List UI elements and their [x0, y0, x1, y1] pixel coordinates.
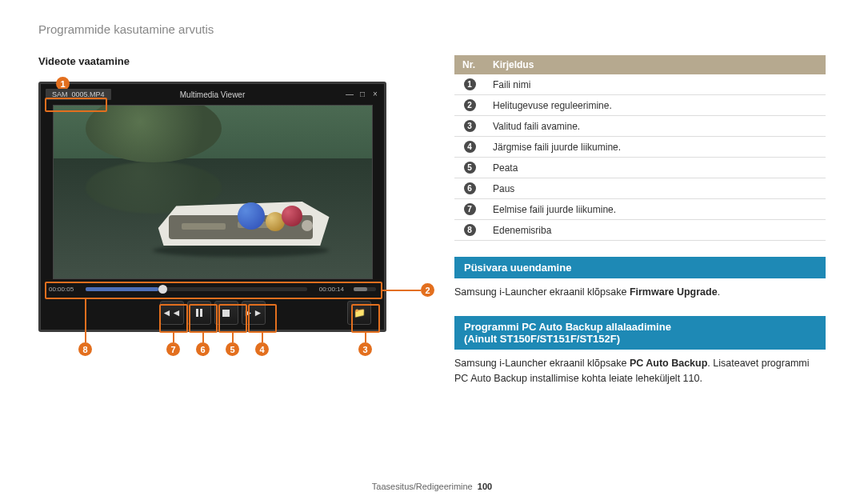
progress-bar[interactable] — [86, 287, 307, 291]
callout-2: 2 — [421, 283, 434, 297]
player-controls: ◄◄ ►► 📁 — [49, 301, 376, 325]
callout-line — [173, 333, 174, 342]
section-heading-video: Videote vaatamine — [38, 55, 422, 67]
volume-slider[interactable] — [354, 287, 376, 291]
firmware-text: Samsung i-Launcher ekraanil klõpsake Fir… — [454, 285, 826, 300]
section-banner-backup: Programmi PC Auto Backup allalaadimine(A… — [454, 316, 826, 350]
open-folder-button[interactable]: 📁 — [347, 301, 371, 325]
table-row: 3Valitud faili avamine. — [454, 116, 826, 137]
minimize-icon[interactable]: — — [346, 90, 354, 98]
callout-line — [202, 333, 204, 342]
table-row: 8Edenemisriba — [454, 220, 826, 241]
prev-button[interactable]: ◄◄ — [160, 301, 184, 325]
player-diagram: 1 SAM_0005.MP4 Multimedia Viewer — □ × — [38, 82, 422, 332]
callout-line — [382, 290, 421, 291]
th-nr: Nr. — [454, 55, 485, 74]
callout-line — [232, 333, 234, 342]
time-total: 00:00:14 — [312, 286, 344, 293]
description-table: Nr. Kirjeldus 1Faili nimi 2Helitugevuse … — [454, 55, 826, 241]
table-row: 5Peata — [454, 158, 826, 178]
page-footer: Taasesitus/Redigeerimine 100 — [0, 482, 864, 491]
close-icon[interactable]: × — [371, 90, 379, 98]
callout-7: 7 — [166, 342, 180, 356]
progress-row: 00:00:05 00:00:14 — [49, 286, 376, 293]
breadcrumb: Programmide kasutamine arvutis — [38, 22, 826, 36]
table-row: 7Eelmise faili juurde liikumine. — [454, 199, 826, 220]
callout-line — [365, 333, 366, 342]
callout-8: 8 — [78, 342, 92, 356]
table-row: 1Faili nimi — [454, 74, 826, 95]
next-button[interactable]: ►► — [242, 301, 266, 325]
section-banner-firmware: Püsivara uuendamine — [454, 257, 826, 278]
time-current: 00:00:05 — [49, 286, 81, 293]
video-frame — [53, 105, 373, 279]
stop-button[interactable] — [214, 301, 238, 325]
player-titlebar: SAM_0005.MP4 Multimedia Viewer — □ × — [42, 86, 382, 103]
callout-line — [262, 333, 263, 342]
callout-6: 6 — [196, 342, 210, 356]
media-player: SAM_0005.MP4 Multimedia Viewer — □ × — [38, 82, 386, 332]
pause-button[interactable] — [187, 301, 211, 325]
th-kirjeldus: Kirjeldus — [485, 55, 826, 74]
table-row: 4Järgmise faili juurde liikumine. — [454, 137, 826, 158]
maximize-icon[interactable]: □ — [358, 90, 366, 98]
backup-text: Samsung i-Launcher ekraanil klõpsake PC … — [454, 356, 826, 386]
callout-5: 5 — [226, 342, 239, 356]
table-row: 2Helitugevuse reguleerimine. — [454, 95, 826, 116]
callout-3: 3 — [358, 342, 372, 356]
callout-4: 4 — [255, 342, 269, 356]
player-title: Multimedia Viewer — [42, 90, 382, 99]
table-row: 6Paus — [454, 178, 826, 199]
